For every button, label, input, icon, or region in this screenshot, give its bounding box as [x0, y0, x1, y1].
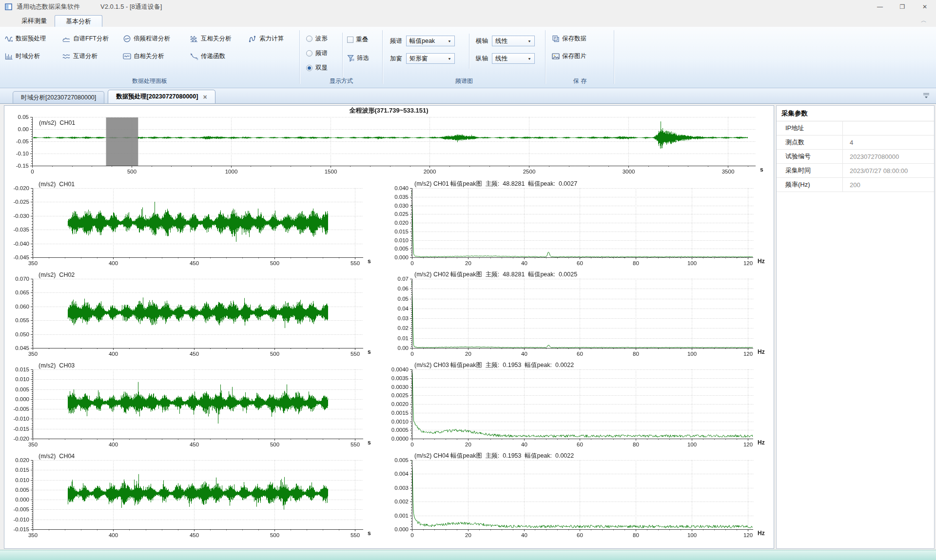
overview-waveform-chart[interactable] — [5, 106, 773, 179]
cross-correlation-icon — [190, 35, 198, 42]
window-list-icon[interactable] — [922, 92, 930, 101]
time-domain-button[interactable]: 时域分析 — [5, 52, 40, 60]
params-table: IP地址 测点数 4 试验编号 20230727080000 采集时间 2023… — [777, 121, 934, 192]
wave-edit-icon — [5, 35, 13, 42]
transfer-function-button[interactable]: 15 传递函数 — [190, 52, 225, 60]
group-label-spectrum: 频谱图 — [383, 77, 545, 85]
minimize-button[interactable]: — — [869, 0, 891, 14]
group-spectrum-settings: 频谱 幅值peak ▼ 加窗 矩形窗 ▼ 横轴 线性 ▼ — [383, 27, 545, 88]
ch03-spectrum-chart — [380, 362, 770, 452]
overlap-button[interactable]: 重叠 — [347, 36, 368, 44]
chevron-down-icon: ▼ — [448, 39, 451, 42]
auto-fft-button[interactable]: 自谱FFT分析 — [62, 35, 109, 43]
tab-close-icon[interactable]: × — [203, 93, 207, 101]
radio-spectrum[interactable]: 频谱 — [306, 49, 328, 58]
yaxis-select[interactable]: 线性 ▼ — [492, 53, 535, 64]
save-data-button[interactable]: 保存数据 — [552, 35, 586, 43]
restore-button[interactable]: ❐ — [891, 0, 914, 14]
app-title: 通用动态数据采集软件 — [17, 2, 80, 11]
chevron-down-icon: ▼ — [448, 57, 451, 60]
ch04-spectrum-chart — [380, 452, 770, 543]
funnel-icon — [347, 55, 354, 62]
cable-force-icon — [249, 35, 257, 42]
app-version: V2.0.1.5 - [8通道设备] — [100, 2, 162, 11]
window-label: 加窗 — [390, 55, 402, 63]
chevron-down-icon: ▼ — [527, 39, 531, 42]
param-row-points: 测点数 4 — [777, 135, 934, 150]
save-image-button[interactable]: 保存图片 — [552, 52, 586, 60]
xaxis-select[interactable]: 线性 ▼ — [492, 36, 535, 46]
transfer-function-icon: 15 — [190, 53, 198, 60]
group-save: 保存数据 保存图片 保 存 — [546, 27, 614, 88]
ch01-spectrum-chart — [380, 180, 770, 271]
auto-correlation-button[interactable]: 自相关分析 — [123, 52, 164, 60]
param-row-frequency: 频率(Hz) 200 — [777, 178, 934, 192]
fft-curve-icon — [62, 35, 71, 42]
yaxis-label: 纵轴 — [476, 55, 488, 63]
preprocess-button[interactable]: 数据预处理 — [5, 35, 46, 43]
radio-icon — [306, 50, 312, 57]
group-label-data-processing: 数据处理面板 — [1, 77, 298, 85]
param-row-time: 采集时间 2023/07/27 08:00:00 — [777, 164, 934, 178]
acquisition-params-panel: 采集参数 IP地址 测点数 4 试验编号 20230727080000 采集时间… — [776, 105, 935, 549]
radio-icon — [306, 36, 312, 42]
group-label-display-mode: 显示方式 — [300, 77, 382, 85]
spectrum-type-select[interactable]: 幅值peak ▼ — [406, 36, 455, 46]
ch04-time-chart — [5, 452, 380, 543]
doc-tab-preprocess[interactable]: 数据预处理[20230727080000] × — [108, 90, 215, 103]
params-title: 采集参数 — [777, 106, 934, 121]
cross-correlation-button[interactable]: 互相关分析 — [190, 35, 232, 43]
title-bar: 通用动态数据采集软件 V2.0.1.5 - [8通道设备] — ❐ ✕ — [0, 0, 936, 14]
ch01-time-chart — [5, 180, 380, 271]
app-window: 通用动态数据采集软件 V2.0.1.5 - [8通道设备] — ❐ ✕ 采样测量… — [0, 0, 936, 560]
xaxis-label: 横轴 — [476, 37, 488, 45]
close-button[interactable]: ✕ — [914, 0, 936, 14]
svg-text:5: 5 — [196, 58, 198, 60]
app-icon — [5, 3, 13, 11]
ch02-time-chart — [5, 271, 380, 362]
chevron-down-icon: ▼ — [527, 57, 531, 60]
tab-sampling[interactable]: 采样测量 — [11, 15, 58, 27]
cross-spectrum-button[interactable]: 互谱分析 — [62, 52, 98, 60]
group-data-processing: 数据预处理 自谱FFT分析 倍频程谱分析 互相关分析 索力计算 时域分析 — [1, 27, 298, 88]
group-display-mode: 波形 频谱 双显 重叠 筛选 显示方式 — [300, 27, 382, 88]
spectrum-type-label: 频谱 — [390, 37, 402, 45]
ribbon: 数据预处理 自谱FFT分析 倍频程谱分析 互相关分析 索力计算 时域分析 — [0, 27, 936, 88]
collapse-ribbon-icon[interactable]: ︿ — [918, 16, 929, 25]
radio-waveform[interactable]: 波形 — [306, 35, 328, 43]
status-bar — [0, 550, 936, 560]
tab-basic-analysis[interactable]: 基本分析 — [55, 15, 102, 27]
time-domain-icon — [5, 53, 13, 60]
doc-tab-time-analysis[interactable]: 时域分析[20230727080000] — [13, 91, 104, 103]
filter-button[interactable]: 筛选 — [347, 54, 369, 62]
cable-force-button[interactable]: 索力计算 — [249, 35, 284, 43]
ch03-time-chart — [5, 362, 380, 452]
auto-correlation-icon — [123, 53, 131, 60]
octave-spectrum-button[interactable]: 倍频程谱分析 — [123, 35, 170, 43]
param-row-ip: IP地址 — [777, 121, 934, 135]
svg-text:1: 1 — [190, 53, 192, 56]
radio-icon — [306, 65, 312, 71]
save-data-icon — [552, 35, 560, 42]
octave-spectrum-icon — [123, 35, 131, 42]
param-row-test-id: 试验编号 20230727080000 — [777, 150, 934, 164]
save-image-icon — [552, 53, 560, 60]
document-tab-strip: 时域分析[20230727080000] 数据预处理[2023072708000… — [0, 88, 936, 104]
checkbox-icon — [347, 37, 353, 43]
window-select[interactable]: 矩形窗 ▼ — [406, 53, 455, 64]
group-label-save: 保 存 — [546, 77, 614, 85]
ribbon-tab-row: 采样测量 基本分析 ︿ — [0, 14, 936, 27]
radio-dual-display[interactable]: 双显 — [306, 64, 328, 72]
ch02-spectrum-chart — [380, 271, 770, 362]
cross-spectrum-icon — [62, 53, 71, 60]
